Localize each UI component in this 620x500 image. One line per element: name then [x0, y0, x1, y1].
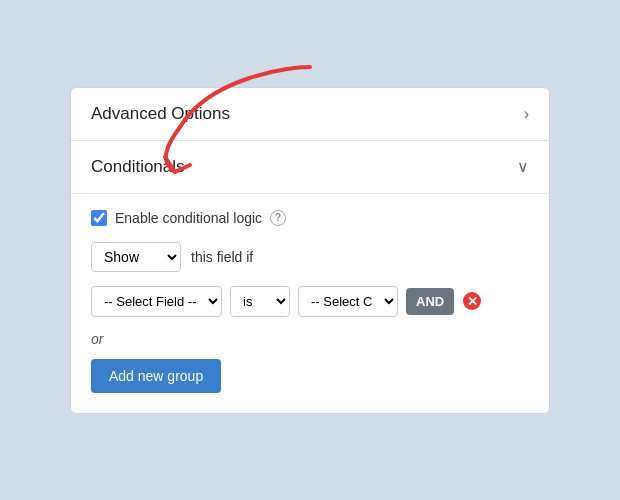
field-select[interactable]: -- Select Field -- Name Email Phone — [91, 286, 222, 317]
operator-select[interactable]: is is not — [230, 286, 290, 317]
enable-row: Enable conditional logic ? — [91, 210, 529, 226]
conditionals-body: Enable conditional logic ? Show Hide thi… — [71, 194, 549, 413]
remove-condition-button[interactable]: ✕ — [462, 291, 482, 311]
conditionals-section-header[interactable]: Conditionals ∨ — [71, 141, 549, 194]
show-row: Show Hide this field if — [91, 242, 529, 272]
and-button[interactable]: AND — [406, 288, 454, 315]
settings-card: Advanced Options › Conditionals ∨ Enable… — [70, 87, 550, 414]
condition-row: -- Select Field -- Name Email Phone is i… — [91, 286, 529, 317]
or-text: or — [91, 331, 529, 347]
remove-icon: ✕ — [463, 292, 481, 310]
show-select[interactable]: Show Hide — [91, 242, 181, 272]
advanced-options-chevron: › — [524, 105, 529, 123]
advanced-options-title: Advanced Options — [91, 104, 230, 124]
advanced-options-section[interactable]: Advanced Options › — [71, 88, 549, 141]
add-new-group-button[interactable]: Add new group — [91, 359, 221, 393]
enable-label: Enable conditional logic — [115, 210, 262, 226]
show-suffix-text: this field if — [191, 249, 253, 265]
conditionals-title: Conditionals — [91, 157, 185, 177]
value-select[interactable]: -- Select C Option 1 Option 2 — [298, 286, 398, 317]
help-icon[interactable]: ? — [270, 210, 286, 226]
enable-checkbox[interactable] — [91, 210, 107, 226]
conditionals-chevron: ∨ — [517, 157, 529, 176]
